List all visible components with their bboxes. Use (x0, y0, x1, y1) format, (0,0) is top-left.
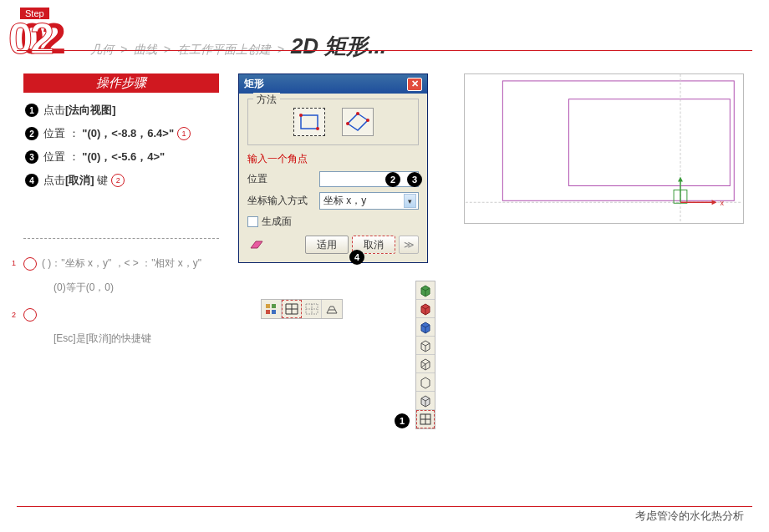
step-number-badge: 3 (25, 150, 38, 164)
header-divider (17, 50, 752, 51)
svg-point-5 (366, 119, 369, 122)
hint-badge: 2 (23, 308, 37, 322)
close-icon[interactable]: ✕ (407, 78, 422, 91)
breadcrumb: 几何 > 曲线 > 在工作平面上创建 > 2D 矩形... (90, 32, 386, 61)
step-number-badge: 4 (25, 174, 38, 187)
step-number: 02 02 (20, 19, 64, 58)
svg-rect-21 (568, 99, 730, 186)
coord-mode-select[interactable]: 坐标 x，y ▾ (319, 192, 419, 210)
breadcrumb-current: 2D 矩形... (291, 33, 386, 58)
step-row: 2 位置 ： "(0)，<-8.8，6.4>" 1 (25, 126, 217, 141)
dialog-titlebar[interactable]: 矩形 ✕ (239, 74, 427, 94)
grid-icon[interactable] (282, 300, 302, 318)
callout-badge: 1 (395, 413, 410, 428)
svg-rect-8 (266, 304, 270, 308)
method-legend: 方法 (253, 93, 280, 107)
step-row: 1 点击[法向视图] (25, 103, 217, 118)
viewport-preview: x (464, 73, 744, 224)
cube-green-icon[interactable] (416, 281, 435, 300)
dialog-title: 矩形 (244, 77, 264, 91)
svg-marker-3 (348, 114, 368, 130)
svg-rect-9 (272, 304, 276, 308)
notes-divider (23, 238, 219, 239)
footer-text: 考虑管冷的水化热分析 (635, 509, 744, 524)
coord-mode-row: 坐标输入方式 坐标 x，y ▾ (247, 192, 419, 210)
cube-red-icon[interactable] (416, 300, 435, 318)
gen-surface-checkbox[interactable] (247, 216, 258, 227)
view-toolbar (415, 281, 435, 429)
cube-wire-icon[interactable] (416, 337, 435, 355)
steps-list: 1 点击[法向视图] 2 位置 ： "(0)，<-8.8，6.4>" 1 3 位… (23, 93, 219, 206)
hint-badge: 1 (23, 257, 37, 271)
svg-point-4 (356, 112, 359, 115)
grid-toolbar (261, 299, 343, 319)
next-button[interactable]: ≫ (399, 236, 419, 254)
callout-badge: 3 (407, 172, 422, 187)
method-rotated-icon[interactable] (342, 108, 374, 136)
step-number-badge: 2 (25, 127, 38, 140)
gen-surface-label: 生成面 (262, 215, 292, 229)
grid-dashed-icon[interactable] (302, 300, 322, 318)
hint-badge: 2 (111, 174, 125, 187)
footer-divider (17, 506, 752, 507)
apply-button[interactable]: 适用 (305, 236, 349, 254)
svg-point-1 (299, 114, 303, 117)
hint-badge: 1 (177, 127, 191, 140)
notes: 1( )："坐标 x，y" ，< > ："相对 x，y" (0)等于(0，0) … (23, 254, 219, 348)
instructions-title: 操作步骤 (23, 73, 219, 93)
callout-badge: 2 (385, 172, 400, 187)
eraser-icon[interactable] (247, 238, 264, 251)
step-number-badge: 1 (25, 104, 38, 117)
perspective-grid-icon[interactable] (322, 300, 342, 318)
svg-rect-11 (272, 310, 276, 314)
svg-marker-26 (678, 177, 683, 182)
position-label: 位置 (247, 172, 314, 186)
instructions-panel: 操作步骤 1 点击[法向视图] 2 位置 ： "(0)，<-8.8，6.4>" … (23, 73, 219, 353)
cube-wire-icon[interactable] (416, 373, 435, 392)
svg-marker-17 (421, 377, 430, 388)
normal-view-icon[interactable] (416, 410, 435, 428)
position-row: 位置 2 3 (247, 171, 419, 187)
gen-surface-row: 生成面 (247, 215, 419, 229)
callout-badge: 4 (349, 250, 364, 265)
step-row: 3 位置 ： "(0)，<-5.6，4>" (25, 149, 217, 165)
toolbar-icon[interactable] (262, 300, 282, 318)
rectangle-dialog: 矩形 ✕ 方法 输入一个角点 位置 2 3 坐标输入方式 (238, 73, 428, 263)
svg-marker-7 (251, 241, 262, 248)
chevron-down-icon: ▾ (404, 194, 416, 208)
svg-point-2 (316, 127, 319, 130)
step-row: 4 点击[取消] 键 2 (25, 173, 217, 188)
cube-blue-icon[interactable] (416, 318, 435, 337)
svg-point-6 (346, 122, 349, 125)
method-group: 方法 (247, 99, 419, 145)
svg-rect-0 (301, 115, 318, 129)
input-hint: 输入一个角点 (247, 152, 419, 166)
svg-text:x: x (720, 199, 724, 207)
cube-wire-icon[interactable] (416, 355, 435, 373)
svg-rect-10 (266, 310, 270, 314)
method-corner-icon[interactable] (293, 108, 325, 136)
coord-mode-label: 坐标输入方式 (247, 194, 314, 208)
cube-filled-icon[interactable] (416, 392, 435, 410)
